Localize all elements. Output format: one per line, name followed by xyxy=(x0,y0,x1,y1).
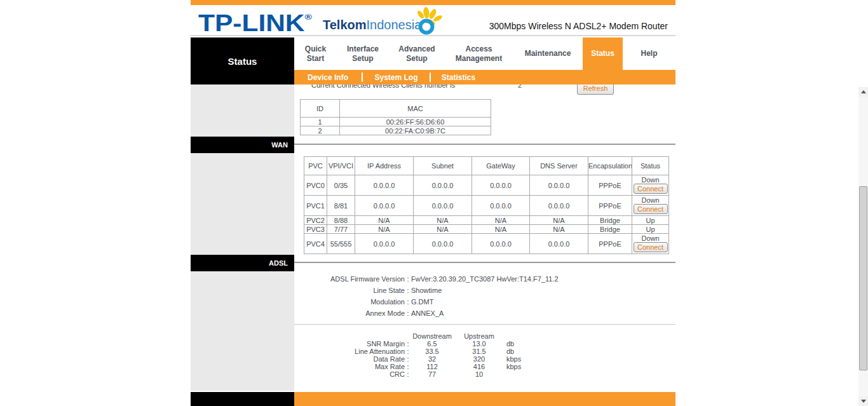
mac-col-mac: MAC xyxy=(340,100,491,118)
list-item: Line State : Showtime xyxy=(294,285,675,296)
table-row: SNR Margin : 6.5 13.0 db xyxy=(294,340,675,348)
table-row: 1 00:26:FF:56:D6:60 xyxy=(301,118,491,126)
adsl-section-rule xyxy=(294,262,675,263)
tab-help[interactable]: Help xyxy=(623,37,675,70)
stats-divider xyxy=(294,324,675,325)
mac-col-id: ID xyxy=(301,100,340,118)
tab-quick-start[interactable]: QuickStart xyxy=(294,37,337,70)
subnav-item-system-log[interactable]: System Log xyxy=(363,70,430,85)
adsl-info-list: ADSL Firmware Version : FwVer:3.20.39.20… xyxy=(294,273,675,319)
table-row: PVC1 8/81 0.0.0.0 0.0.0.0 0.0.0.0 0.0.0.… xyxy=(304,196,669,216)
stats-header-row: Downstream Upstream xyxy=(294,332,675,340)
list-item: Modulation : G.DMT xyxy=(294,296,675,308)
tplink-logo: TP-LINK® xyxy=(198,10,312,37)
connect-button[interactable]: Connect xyxy=(634,242,668,252)
footer-accent-bar xyxy=(294,392,675,406)
status-badge: Down xyxy=(632,234,668,242)
table-row: Line Attenuation : 33.5 31.5 db xyxy=(294,348,675,355)
scrollbar-thumb[interactable] xyxy=(859,186,867,370)
table-row: Data Rate : 32 320 kbps xyxy=(294,355,675,363)
logo-bar: TP-LINK® TelkomIndonesia 300Mbps Wireles… xyxy=(191,5,675,36)
tab-status[interactable]: Status xyxy=(583,37,623,70)
footer-sidebar-bar xyxy=(191,392,294,406)
registered-mark: ® xyxy=(305,12,312,22)
refresh-button[interactable]: Refresh xyxy=(577,85,614,95)
wan-section-header: WAN xyxy=(191,137,294,153)
list-item: Annex Mode : ANNEX_A xyxy=(294,308,675,319)
table-row: PVC0 0/35 0.0.0.0 0.0.0.0 0.0.0.0 0.0.0.… xyxy=(304,175,669,196)
adsl-section-header: ADSL xyxy=(191,255,294,271)
sub-nav: Device Info System Log Statistics xyxy=(294,70,675,85)
table-row: CRC : 77 10 xyxy=(294,370,675,378)
main-nav: QuickStart InterfaceSetup AdvancedSetup … xyxy=(294,37,675,70)
table-row: PVC2 8/88 N/A N/A N/A N/A Bridge Up xyxy=(304,216,669,225)
tab-interface-setup[interactable]: InterfaceSetup xyxy=(337,37,389,70)
subnav-item-device-info[interactable]: Device Info xyxy=(294,70,362,85)
subnav-item-statistics[interactable]: Statistics xyxy=(431,70,486,85)
status-badge: Up xyxy=(632,216,669,225)
wan-table-header-row: PVC VPI/VCI IP Address Subnet GateWay DN… xyxy=(304,157,669,175)
sidebar-column xyxy=(191,85,294,391)
status-badge: Down xyxy=(632,176,668,184)
connect-button[interactable]: Connect xyxy=(634,204,668,214)
adsl-stats: Downstream Upstream SNR Margin : 6.5 13.… xyxy=(294,332,675,378)
sidebar-status-title: Status xyxy=(228,56,257,67)
connect-button[interactable]: Connect xyxy=(634,184,668,194)
status-cell: Down Connect xyxy=(632,175,669,196)
status-badge: Up xyxy=(632,225,669,234)
tplink-logo-text: TP-LINK xyxy=(198,10,305,36)
wan-table: PVC VPI/VCI IP Address Subnet GateWay DN… xyxy=(304,156,669,254)
table-row: 2 00:22:FA:C0:9B:7C xyxy=(301,126,491,135)
scroll-up-icon xyxy=(861,90,866,93)
mac-table-header-row: ID MAC xyxy=(301,100,491,118)
mac-address-table: ID MAC 1 00:26:FF:56:D6:60 2 00:22:FA:C0… xyxy=(300,99,491,135)
status-badge: Down xyxy=(632,196,668,204)
content-frame: Current Connected Wireless Clients numbe… xyxy=(191,85,675,406)
product-title: 300Mbps Wireless N ADSL2+ Modem Router xyxy=(489,21,668,31)
downstream-header: Downstream xyxy=(411,332,453,340)
header-accent-bar xyxy=(191,0,675,5)
list-item: ADSL Firmware Version : FwVer:3.20.39.20… xyxy=(294,273,675,285)
table-row: Max Rate : 112 416 kbps xyxy=(294,363,675,370)
tab-advanced-setup[interactable]: AdvancedSetup xyxy=(389,37,445,70)
tab-access-management[interactable]: AccessManagement xyxy=(445,37,513,70)
table-row: PVC4 55/555 0.0.0.0 0.0.0.0 0.0.0.0 0.0.… xyxy=(304,234,669,254)
table-row: PVC3 7/77 N/A N/A N/A N/A Bridge Up xyxy=(304,225,669,234)
scrollbar-up-button[interactable] xyxy=(858,87,868,97)
tab-maintenance[interactable]: Maintenance xyxy=(513,37,583,70)
wireless-clients-count: 2 xyxy=(518,85,522,89)
telkom-text: Telkom xyxy=(323,18,367,32)
wan-section-rule xyxy=(294,144,675,145)
telkom-indonesia-logo-icon xyxy=(410,6,443,38)
vertical-scrollbar[interactable] xyxy=(858,87,868,406)
sidebar-status-header: Status xyxy=(191,37,294,85)
scrollbar-down-button[interactable] xyxy=(858,396,868,406)
wireless-clients-label: Current Connected Wireless Clients numbe… xyxy=(311,85,455,89)
status-cell: Down Connect xyxy=(632,196,669,216)
status-cell: Down Connect xyxy=(632,234,669,254)
upstream-header: Upstream xyxy=(453,332,505,340)
telkom-indonesia-logo: TelkomIndonesia xyxy=(323,18,421,32)
scroll-down-icon xyxy=(861,400,866,403)
